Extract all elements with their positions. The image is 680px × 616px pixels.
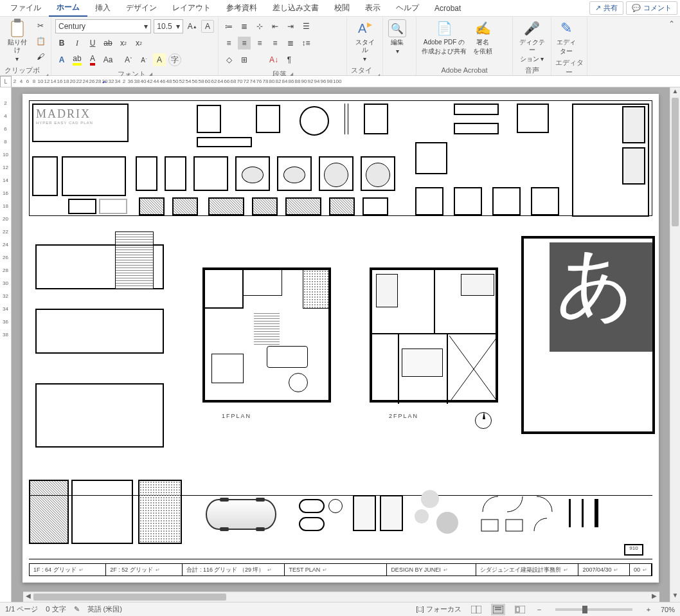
- spellcheck-icon[interactable]: ✎: [74, 605, 80, 613]
- align-right-button[interactable]: ≡: [253, 37, 266, 50]
- multilevel-button[interactable]: ⊹: [253, 20, 266, 33]
- styles-button[interactable]: A スタイル ▾: [350, 18, 380, 64]
- copy-button[interactable]: 📋: [34, 35, 47, 48]
- status-words[interactable]: 0 文字: [46, 604, 66, 614]
- subscript-button[interactable]: x2: [117, 37, 130, 50]
- brand-subtitle: HYPER EASY CAD PLAN: [36, 121, 125, 125]
- scroll-h-thumb[interactable]: [33, 593, 226, 601]
- print-layout-button[interactable]: [491, 604, 505, 615]
- change-case-button[interactable]: Aa: [102, 53, 114, 66]
- ruler-indent-marker[interactable]: ⌐: [103, 78, 107, 86]
- tab-view[interactable]: 表示: [357, 0, 388, 16]
- superscript-button[interactable]: x2: [132, 37, 145, 50]
- tab-selector[interactable]: L: [0, 76, 12, 87]
- bold-button[interactable]: B: [55, 37, 68, 50]
- zoom-handle[interactable]: [582, 606, 587, 613]
- zoom-slider[interactable]: [555, 608, 632, 611]
- scroll-down-button[interactable]: ▼: [670, 592, 680, 602]
- format-painter-button[interactable]: 🖌: [34, 50, 47, 63]
- compass-icon: [475, 412, 492, 429]
- collapse-ribbon-button[interactable]: ⌃: [663, 17, 680, 75]
- tab-mailings[interactable]: 差し込み文書: [265, 0, 327, 16]
- tab-file[interactable]: ファイル: [3, 0, 49, 16]
- comment-button[interactable]: 💬コメント: [626, 1, 677, 15]
- tab-design[interactable]: デザイン: [118, 0, 165, 16]
- font-size-combo[interactable]: 10.5▾: [154, 19, 183, 33]
- pen-icon: ✎: [557, 19, 575, 37]
- workspace: 2468101214161820222426283032343638 MADRI…: [0, 87, 680, 602]
- tab-layout[interactable]: レイアウト: [165, 0, 219, 16]
- text-effects-button[interactable]: A: [55, 53, 68, 66]
- numbering-button[interactable]: ≣: [238, 20, 251, 33]
- car-symbol: [206, 499, 276, 530]
- read-mode-button[interactable]: [469, 604, 483, 615]
- web-layout-button[interactable]: [513, 604, 527, 615]
- cad-drawing: MADRIX HYPER EASY CAD PLAN: [29, 100, 652, 576]
- scroll-right-button[interactable]: ▶: [649, 592, 659, 602]
- tab-review[interactable]: 校閲: [327, 0, 357, 16]
- editing-button[interactable]: 🔍 編集 ▾: [386, 18, 409, 57]
- grow-font-button[interactable]: A▲: [186, 20, 199, 33]
- italic-button[interactable]: I: [71, 37, 84, 50]
- ruler-horizontal[interactable]: L ⌐ 246810121416182022242628303234236384…: [0, 76, 680, 87]
- create-pdf-button[interactable]: 📄 Adobe PDF の 作成および共有: [419, 18, 469, 57]
- zoom-level[interactable]: 70%: [661, 606, 675, 613]
- ruler-vertical[interactable]: 2468101214161820222426283032343638: [0, 87, 12, 602]
- scroll-left-button[interactable]: ◀: [23, 592, 33, 602]
- shading-button[interactable]: ◇: [222, 53, 235, 66]
- tab-help[interactable]: ヘルプ: [388, 0, 427, 16]
- character-border-button[interactable]: A: [201, 20, 214, 33]
- clear-format-button[interactable]: A: [153, 53, 166, 66]
- increase-indent-button[interactable]: ⇥: [284, 20, 297, 33]
- borders-button[interactable]: ⊞: [238, 53, 251, 66]
- dictate-button[interactable]: 🎤 ディクテー ション ▾: [515, 18, 548, 64]
- strike-button[interactable]: ab: [102, 37, 114, 50]
- tb-cell-0: 1F : 64 グリッド↵: [30, 564, 106, 575]
- ribbon-group-font: Century▾ 10.5▾ A▲ A B I U ab x2 x2 A ab …: [51, 17, 219, 75]
- focus-mode-button[interactable]: [□] フォーカス: [416, 604, 461, 614]
- tab-home[interactable]: ホーム: [49, 0, 87, 17]
- paste-button[interactable]: 貼り付け ▾: [3, 18, 31, 64]
- grow-font2-button[interactable]: A˄: [122, 53, 135, 66]
- zoom-in-button[interactable]: +: [644, 606, 653, 613]
- distribute-button[interactable]: ≣: [284, 37, 297, 50]
- asian-layout-button[interactable]: ☰: [300, 20, 312, 33]
- font-name-combo[interactable]: Century▾: [55, 19, 151, 33]
- highlight-button[interactable]: ab: [71, 53, 84, 66]
- scroll-up-button[interactable]: ▲: [670, 87, 680, 98]
- bullets-button[interactable]: ≔: [222, 20, 235, 33]
- request-sign-button[interactable]: ✍ 署名 を依頼: [470, 18, 495, 57]
- svg-rect-7: [569, 499, 571, 527]
- scrollbar-horizontal[interactable]: ◀ ▶: [23, 592, 659, 602]
- share-button[interactable]: ↗共有: [589, 1, 623, 15]
- status-page[interactable]: 1/1 ページ: [5, 604, 38, 614]
- line-spacing-button[interactable]: ↕≡: [300, 37, 312, 50]
- underline-button[interactable]: U: [86, 37, 99, 50]
- enclosed-char-button[interactable]: 字: [168, 53, 181, 66]
- align-center-button[interactable]: ≡: [238, 37, 251, 50]
- scrollbar-vertical[interactable]: ▲ ▼: [670, 87, 680, 602]
- page: MADRIX HYPER EASY CAD PLAN: [22, 94, 659, 583]
- ribbon-group-paragraph: ≔ ≣ ⊹ ⇤ ⇥ ☰ ≡ ≡ ≡ ≡ ≣ ↕≡ ◇ ⊞ A↓ ¶: [219, 17, 347, 75]
- show-marks-button[interactable]: ¶: [283, 53, 296, 66]
- ribbon-group-editor: ✎ エディ ター エディター: [551, 17, 587, 75]
- justify-button[interactable]: ≡: [269, 37, 282, 50]
- editor-button[interactable]: ✎ エディ ター: [554, 18, 578, 57]
- shrink-font-button[interactable]: A˅: [138, 53, 150, 66]
- cut-button[interactable]: ✂: [34, 19, 47, 32]
- status-language[interactable]: 英語 (米国): [87, 604, 122, 614]
- group-label: Adobe Acrobat: [441, 66, 487, 74]
- scroll-v-thumb[interactable]: [672, 98, 679, 226]
- sort-button[interactable]: A↓: [267, 53, 280, 66]
- floorplan-2f: [370, 267, 498, 403]
- right-block: あ: [524, 239, 652, 431]
- svg-rect-16: [516, 607, 519, 612]
- align-left-button[interactable]: ≡: [222, 37, 235, 50]
- document-area[interactable]: MADRIX HYPER EASY CAD PLAN: [12, 87, 670, 602]
- font-color-button[interactable]: A: [86, 53, 99, 66]
- zoom-out-button[interactable]: −: [535, 606, 544, 613]
- tab-acrobat[interactable]: Acrobat: [427, 1, 469, 15]
- tab-insert[interactable]: 挿入: [87, 0, 118, 16]
- decrease-indent-button[interactable]: ⇤: [269, 20, 282, 33]
- tab-references[interactable]: 参考資料: [219, 0, 265, 16]
